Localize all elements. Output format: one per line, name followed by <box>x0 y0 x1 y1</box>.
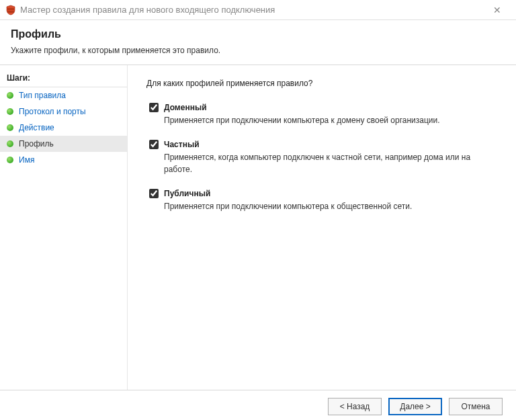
sidebar-heading: Шаги: <box>0 71 127 87</box>
step-label: Профиль <box>19 139 54 149</box>
svg-rect-1 <box>7 11 14 13</box>
header-section: Профиль Укажите профили, к которым приме… <box>0 20 516 65</box>
step-bullet-icon <box>7 108 13 115</box>
wizard-steps-sidebar: Шаги: Тип правилаПротокол и портыДействи… <box>0 65 128 390</box>
profile-block-public: ПубличныйПрименяется при подключении ком… <box>146 189 497 212</box>
profile-row-domain: Доменный <box>149 103 497 112</box>
next-button[interactable]: Далее > <box>388 398 442 415</box>
window-title: Мастер создания правила для нового входя… <box>20 5 484 15</box>
step-bullet-icon <box>7 157 13 163</box>
step-label: Протокол и порты <box>19 107 86 116</box>
wizard-step-3[interactable]: Профиль <box>0 136 127 152</box>
profile-row-public: Публичный <box>149 189 497 198</box>
profile-label-domain: Доменный <box>164 103 207 112</box>
content-question: Для каких профилей применяется правило? <box>146 79 497 88</box>
step-bullet-icon <box>7 92 13 99</box>
profile-block-domain: ДоменныйПрименяется при подключении комп… <box>146 103 497 126</box>
wizard-step-0[interactable]: Тип правила <box>0 87 127 103</box>
profile-label-public: Публичный <box>164 189 210 198</box>
titlebar: Мастер создания правила для нового входя… <box>0 0 516 20</box>
close-icon: ✕ <box>493 5 501 15</box>
footer-buttons: < Назад Далее > Отмена <box>0 390 516 420</box>
step-label: Действие <box>19 123 54 132</box>
profile-label-private: Частный <box>164 140 200 149</box>
wizard-step-2[interactable]: Действие <box>0 120 127 136</box>
profile-row-private: Частный <box>149 140 497 149</box>
profile-description-private: Применяется, когда компьютер подключен к… <box>164 152 486 175</box>
profile-checkbox-private[interactable] <box>149 140 159 149</box>
step-label: Имя <box>19 155 34 165</box>
page-title: Профиль <box>11 28 505 40</box>
profile-checkbox-public[interactable] <box>149 189 159 198</box>
firewall-shield-icon <box>5 5 16 15</box>
close-button[interactable]: ✕ <box>484 5 511 15</box>
step-label: Тип правила <box>19 91 66 100</box>
svg-rect-0 <box>7 8 14 10</box>
page-description: Укажите профили, к которым применяется э… <box>11 46 505 55</box>
profile-block-private: ЧастныйПрименяется, когда компьютер подк… <box>146 140 497 175</box>
cancel-button[interactable]: Отмена <box>449 398 503 415</box>
profile-checkbox-domain[interactable] <box>149 103 159 112</box>
step-bullet-icon <box>7 124 13 131</box>
wizard-step-4[interactable]: Имя <box>0 152 127 168</box>
wizard-step-1[interactable]: Протокол и порты <box>0 103 127 120</box>
content-pane: Для каких профилей применяется правило? … <box>128 65 516 390</box>
step-bullet-icon <box>7 140 13 147</box>
profile-description-domain: Применяется при подключении компьютера к… <box>164 115 486 126</box>
body-area: Шаги: Тип правилаПротокол и портыДействи… <box>0 65 516 390</box>
back-button[interactable]: < Назад <box>328 398 382 415</box>
profile-description-public: Применяется при подключении компьютера к… <box>164 201 486 212</box>
